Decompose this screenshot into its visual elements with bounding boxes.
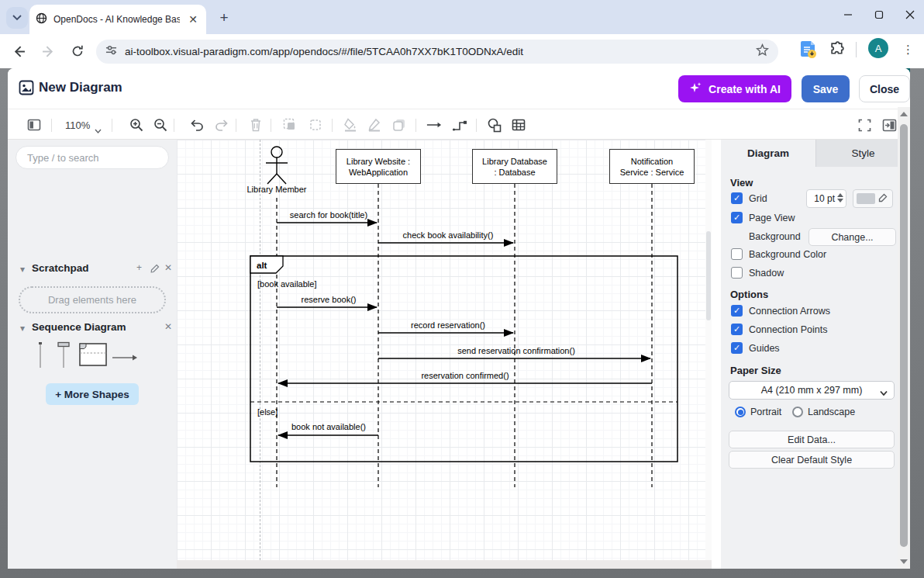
reload-icon[interactable] bbox=[67, 40, 88, 62]
scratchpad-edit-icon[interactable] bbox=[150, 262, 160, 276]
participant-type: : Database bbox=[494, 167, 535, 178]
scratchpad-close-icon[interactable]: ✕ bbox=[164, 262, 172, 273]
undo-icon[interactable] bbox=[188, 117, 204, 133]
canvas-scrollbar-thumb[interactable] bbox=[706, 231, 711, 320]
shape-message-icon[interactable] bbox=[112, 351, 138, 365]
profile-avatar[interactable]: A bbox=[868, 38, 888, 58]
tab-diagram[interactable]: Diagram bbox=[721, 140, 815, 167]
paper-size-select[interactable]: A4 (210 mm x 297 mm) bbox=[729, 381, 895, 400]
connection-points-checkbox[interactable]: ✓ bbox=[731, 324, 743, 335]
close-button[interactable]: Close bbox=[859, 75, 910, 102]
zoom-in-icon[interactable] bbox=[129, 117, 144, 133]
scratchpad-title: Scratchpad bbox=[32, 262, 89, 274]
guard-label[interactable]: [book available] bbox=[257, 279, 316, 289]
straight-connector-icon[interactable] bbox=[426, 117, 442, 133]
url-text: ai-toolbox.visual-paradigm.com/app/opend… bbox=[125, 46, 748, 57]
search-input[interactable]: Type / to search bbox=[16, 146, 169, 169]
docs-extension-icon[interactable] bbox=[800, 40, 817, 62]
zoom-out-icon[interactable] bbox=[153, 117, 168, 133]
toggle-sidebar-icon[interactable] bbox=[26, 117, 42, 133]
clear-default-style-button[interactable]: Clear Default Style bbox=[729, 451, 895, 469]
shadow-checkbox[interactable] bbox=[731, 267, 743, 279]
create-with-ai-button[interactable]: Create with AI bbox=[678, 75, 791, 102]
copy-selection-icon[interactable] bbox=[282, 117, 298, 133]
sequence-diagram-graphics: alt bbox=[177, 140, 712, 569]
copy-style-icon[interactable] bbox=[391, 117, 407, 133]
scroll-up-icon[interactable] bbox=[900, 112, 908, 116]
paste-selection-icon[interactable] bbox=[308, 117, 323, 133]
more-shapes-button[interactable]: + More Shapes bbox=[46, 383, 139, 405]
background-color-checkbox[interactable] bbox=[731, 248, 743, 260]
guides-checkbox[interactable]: ✓ bbox=[731, 342, 743, 354]
extensions-puzzle-icon[interactable] bbox=[829, 41, 846, 61]
zoom-level-value[interactable]: 110% bbox=[65, 119, 90, 131]
scroll-down-icon[interactable] bbox=[900, 559, 908, 564]
tab-style[interactable]: Style bbox=[815, 140, 910, 167]
shapes-collapse-icon[interactable]: ▾ bbox=[20, 323, 25, 334]
grid-size-spinner-icon[interactable] bbox=[837, 193, 843, 202]
delete-icon[interactable] bbox=[248, 117, 264, 133]
edit-data-label: Edit Data... bbox=[788, 434, 836, 445]
shape-actor-lifeline-icon[interactable] bbox=[56, 341, 71, 372]
grid-color-button[interactable] bbox=[853, 189, 893, 208]
message-label[interactable]: record reservation() bbox=[411, 320, 485, 330]
connection-arrows-label: Connection Arrows bbox=[749, 306, 830, 317]
redo-icon[interactable] bbox=[214, 117, 229, 133]
window-minimize-icon[interactable] bbox=[843, 10, 853, 22]
elbow-connector-icon[interactable] bbox=[452, 117, 467, 133]
table-icon[interactable] bbox=[511, 117, 526, 133]
save-button[interactable]: Save bbox=[802, 75, 850, 102]
zoom-chevron-icon[interactable] bbox=[95, 123, 102, 137]
tab-close-icon[interactable]: ✕ bbox=[186, 12, 200, 26]
page-scrollbar[interactable] bbox=[898, 107, 910, 569]
browser-menu-icon[interactable]: ⋮ bbox=[902, 43, 914, 57]
background-change-button[interactable]: Change... bbox=[808, 228, 896, 246]
diagram-canvas[interactable]: alt Library Website : WebApplication Lib… bbox=[177, 140, 712, 569]
shapes-sidebar: Type / to search ▾ Scratchpad + ✕ Drag e… bbox=[8, 140, 177, 569]
edit-data-button[interactable]: Edit Data... bbox=[729, 431, 895, 448]
create-with-ai-label: Create with AI bbox=[709, 83, 781, 95]
grid-size-input[interactable]: 10 pt bbox=[806, 189, 846, 208]
new-tab-button[interactable]: + bbox=[214, 8, 234, 28]
url-bar[interactable]: ai-toolbox.visual-paradigm.com/app/opend… bbox=[96, 40, 778, 64]
site-settings-icon[interactable] bbox=[105, 44, 117, 59]
participant-name: Notification bbox=[631, 156, 673, 167]
message-label[interactable]: search for book(title) bbox=[290, 210, 367, 220]
landscape-radio[interactable] bbox=[792, 407, 803, 417]
guard-label[interactable]: [else] bbox=[257, 407, 278, 417]
window-maximize-icon[interactable] bbox=[874, 10, 884, 22]
message-label[interactable]: send reservation confirmation() bbox=[457, 346, 575, 355]
shape-lifeline-icon[interactable] bbox=[36, 341, 45, 372]
forward-icon[interactable] bbox=[37, 40, 59, 62]
scratchpad-add-icon[interactable]: + bbox=[136, 262, 142, 273]
fullscreen-icon[interactable] bbox=[857, 117, 872, 133]
page-scrollbar-thumb[interactable] bbox=[900, 124, 908, 547]
bookmark-star-icon[interactable] bbox=[756, 43, 769, 60]
line-color-icon[interactable] bbox=[367, 117, 382, 133]
toggle-panel-icon[interactable] bbox=[881, 117, 897, 133]
message-label[interactable]: reservation confirmed() bbox=[421, 371, 509, 380]
back-icon[interactable] bbox=[8, 40, 29, 62]
message-label[interactable]: book not available() bbox=[291, 422, 366, 431]
message-label[interactable]: reserve book() bbox=[302, 295, 357, 304]
fill-color-icon[interactable] bbox=[343, 117, 358, 133]
shapes-close-icon[interactable]: ✕ bbox=[164, 321, 172, 332]
scratchpad-hint: Drag elements here bbox=[48, 294, 136, 306]
scratchpad-collapse-icon[interactable]: ▾ bbox=[20, 264, 25, 275]
page-view-checkbox[interactable]: ✓ bbox=[731, 212, 743, 223]
tab-search-button[interactable] bbox=[6, 7, 28, 29]
actor-label[interactable]: Library Member bbox=[247, 185, 306, 194]
window-close-icon[interactable] bbox=[905, 10, 915, 22]
lifeline-notification-service[interactable]: Notification Service : Service bbox=[609, 149, 695, 184]
canvas-scrollbar[interactable] bbox=[705, 140, 712, 560]
message-label[interactable]: check book availability() bbox=[403, 230, 494, 240]
grid-checkbox[interactable]: ✓ bbox=[731, 192, 743, 204]
lifeline-library-database[interactable]: Library Database : Database bbox=[472, 149, 557, 184]
shapes-icon[interactable] bbox=[486, 117, 502, 133]
browser-tab[interactable]: OpenDocs - AI Knowledge Base ✕ bbox=[29, 5, 206, 34]
connection-arrows-checkbox[interactable]: ✓ bbox=[731, 305, 743, 317]
shape-frame-icon[interactable] bbox=[79, 343, 107, 369]
portrait-radio[interactable] bbox=[735, 407, 746, 417]
lifeline-library-website[interactable]: Library Website : WebApplication bbox=[336, 149, 421, 184]
scratchpad-dropzone[interactable]: Drag elements here bbox=[19, 286, 166, 313]
